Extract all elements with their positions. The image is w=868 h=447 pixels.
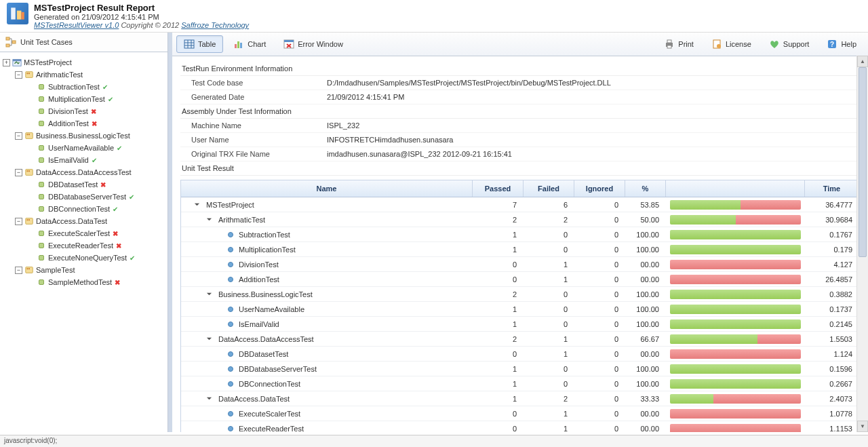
print-label: Print <box>678 40 694 48</box>
tree-toggle[interactable]: − <box>15 218 22 225</box>
tree-node-usernameavailable[interactable]: UserNameAvailable✔ <box>3 142 165 154</box>
row-time: 1.0778 <box>805 408 859 420</box>
grid-row[interactable]: AdditionTest01000.0026.4857 <box>181 272 859 287</box>
row-ignored: 0 <box>574 273 625 286</box>
row-toggle[interactable] <box>205 216 213 223</box>
row-toggle[interactable] <box>205 290 213 298</box>
grid-row[interactable]: ArithmaticTest22050.0030.9684 <box>181 212 859 227</box>
print-button[interactable]: Print <box>656 35 701 53</box>
row-percent: 50.00 <box>625 214 666 226</box>
support-label: Support <box>783 40 810 48</box>
tree-label: DataAccess.DataTest <box>36 217 107 225</box>
row-time: 26.4857 <box>805 273 859 286</box>
tree-node-divisiontest[interactable]: DivisionTest✖ <box>3 105 165 117</box>
grid-row[interactable]: MSTestProject76053.8536.4777 <box>181 197 859 212</box>
vertical-scrollbar[interactable]: ▲ ▼ <box>856 56 868 432</box>
svg-point-13 <box>28 134 30 135</box>
app-logo-icon <box>7 3 28 24</box>
support-button[interactable]: Support <box>762 35 817 53</box>
row-percent: 00.00 <box>625 273 666 286</box>
tree-node-samplemethodtest[interactable]: SampleMethodTest✖ <box>3 276 165 288</box>
row-passed: 1 <box>473 303 524 315</box>
row-toggle[interactable] <box>193 201 201 208</box>
row-percent: 100.00 <box>625 244 666 256</box>
grid-row[interactable]: DBConnectionTest100100.000.2667 <box>181 376 859 391</box>
row-toggle[interactable] <box>205 395 213 402</box>
grid-row[interactable]: ExecuteScalerTest01000.001.0778 <box>181 406 859 421</box>
method-icon <box>36 179 47 190</box>
tech-link[interactable]: Saffroze Technology <box>181 21 249 29</box>
tree-node-additiontest[interactable]: AdditionTest✖ <box>3 117 165 130</box>
tree-label: DataAccess.DataAccessTest <box>36 168 132 176</box>
tree-node-executereadertest[interactable]: ExecuteReaderTest✖ <box>3 239 165 252</box>
generated-label: Generated on 21/09/2012 4:15:41 PM <box>34 13 861 21</box>
assembly-section-header: Assembly Under Test Information <box>180 104 860 119</box>
row-failed: 1 <box>524 258 574 271</box>
progress-bar <box>670 275 801 284</box>
row-toggle[interactable] <box>205 335 213 343</box>
tree-node-subtractiontest[interactable]: SubtractionTest✔ <box>3 81 165 93</box>
tree-node-executescalertest[interactable]: ExecuteScalerTest✖ <box>3 227 165 239</box>
method-icon <box>36 81 47 92</box>
grid-row[interactable]: UserNameAvailable100100.000.1737 <box>181 302 859 317</box>
tree-node-dbdatabaseservertest[interactable]: DBDatabaseServerTest✔ <box>3 191 165 203</box>
grid-row[interactable]: Business.BusinessLogicTest200100.000.388… <box>181 287 859 302</box>
col-failed[interactable]: Failed <box>524 180 574 197</box>
grid-row[interactable]: IsEmailValid100100.000.2145 <box>181 317 859 332</box>
tree-label: ExecuteScalerTest <box>48 229 110 237</box>
row-failed: 0 <box>524 378 574 390</box>
row-ignored: 0 <box>574 408 625 420</box>
grid-row[interactable]: DivisionTest01000.004.127 <box>181 257 859 272</box>
tree-node-isemailvalid[interactable]: IsEmailValid✔ <box>3 154 165 166</box>
scroll-down-button[interactable]: ▼ <box>857 421 868 432</box>
method-icon <box>36 142 47 153</box>
error-window-button[interactable]: Error Window <box>276 35 351 53</box>
col-percent[interactable]: % <box>625 180 666 197</box>
row-name: SubtractionTest <box>239 231 290 239</box>
tree-node-dbconnectiontest[interactable]: DBConnectionTest✔ <box>3 203 165 215</box>
tree-node-dbdatasettest[interactable]: DBDatasetTest✖ <box>3 178 165 191</box>
result-section-header: Unit Test Result <box>180 161 860 176</box>
chart-view-button[interactable]: Chart <box>226 35 273 53</box>
app-version-link[interactable]: MSTestResultViewer v1.0 <box>34 21 119 29</box>
help-button[interactable]: ? Help <box>819 35 864 53</box>
col-name[interactable]: Name <box>181 180 473 197</box>
info-value: D:/Imdadhusen/Samples/MSTestProject/MSTe… <box>327 79 611 87</box>
tree-node-dataaccess-dataaccesstest[interactable]: −DataAccess.DataAccessTest <box>3 166 165 178</box>
tree-toggle[interactable]: − <box>15 267 22 274</box>
tree-node-multiplicationtest[interactable]: MultiplicationTest✔ <box>3 93 165 105</box>
col-ignored[interactable]: Ignored <box>574 180 625 197</box>
col-time[interactable]: Time <box>805 180 859 197</box>
scroll-thumb[interactable] <box>859 67 867 257</box>
row-time: 36.4777 <box>805 199 859 211</box>
grid-row[interactable]: ExecuteReaderTest01000.001.1153 <box>181 421 859 432</box>
info-label: Test Code base <box>191 79 327 87</box>
tree-node-sampletest[interactable]: −SampleTest <box>3 264 165 276</box>
tree-node-mstestproject[interactable]: +MSTestProject <box>3 56 165 69</box>
grid-row[interactable]: DBDatasetTest01000.001.124 <box>181 347 859 362</box>
tree-toggle[interactable]: − <box>15 132 22 140</box>
tree-toggle[interactable]: − <box>15 169 22 176</box>
grid-row[interactable]: DataAccess.DataAccessTest21066.671.5503 <box>181 332 859 347</box>
method-icon <box>36 203 47 214</box>
grid-row[interactable]: SubtractionTest100100.000.1767 <box>181 227 859 242</box>
table-view-button[interactable]: Table <box>176 35 223 53</box>
tree-view[interactable]: +MSTestProject−ArithmaticTestSubtraction… <box>0 52 167 432</box>
info-value: 21/09/2012 4:15:41 PM <box>327 93 404 101</box>
tree-node-arithmatictest[interactable]: −ArithmaticTest <box>3 69 165 81</box>
grid-row[interactable]: DBDatabaseServerTest100100.000.1596 <box>181 362 859 376</box>
tree-toggle[interactable]: + <box>3 59 10 66</box>
tree-node-dataaccess-datatest[interactable]: −DataAccess.DataTest <box>3 215 165 227</box>
tree-toggle[interactable]: − <box>15 71 22 79</box>
grid-row[interactable]: DataAccess.DataTest12033.332.4073 <box>181 391 859 406</box>
grid-row[interactable]: MultiplicationTest100100.000.179 <box>181 242 859 257</box>
col-passed[interactable]: Passed <box>473 180 524 197</box>
tree-node-executenonequerytest[interactable]: ExecuteNoneQueryTest✔ <box>3 252 165 264</box>
row-passed: 1 <box>473 393 524 405</box>
license-button[interactable]: License <box>704 35 759 53</box>
row-time: 0.179 <box>805 244 859 256</box>
chart-icon <box>233 39 244 50</box>
scroll-up-button[interactable]: ▲ <box>857 56 868 67</box>
tree-node-business-businesslogictest[interactable]: −Business.BusinessLogicTest <box>3 130 165 142</box>
row-name: MSTestProject <box>206 201 254 209</box>
